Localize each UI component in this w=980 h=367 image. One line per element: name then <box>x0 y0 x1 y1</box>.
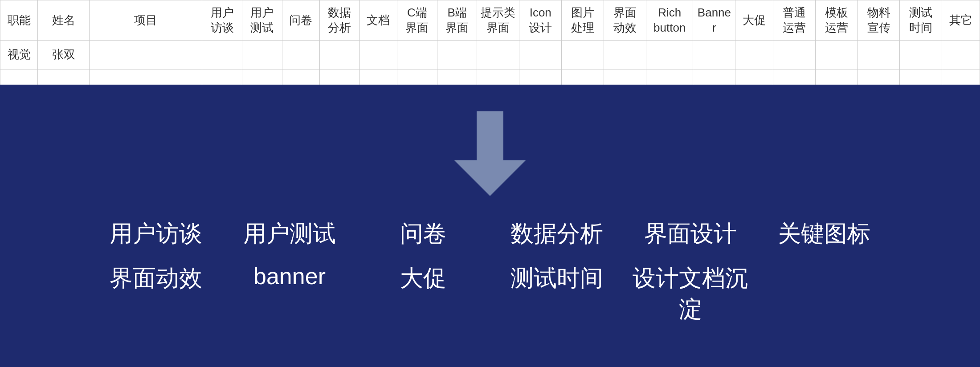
cell-1-6 <box>282 41 319 69</box>
header-wuliao-xuanchuan: 物料 宣传 <box>858 0 900 41</box>
header-tupian-chuli: 图片 处理 <box>562 0 604 41</box>
cell-2-12 <box>519 69 562 85</box>
cell-2-9 <box>397 69 437 85</box>
cell-1-11 <box>477 41 519 69</box>
cell-xiangmu <box>90 41 202 69</box>
cell-2-2 <box>38 69 90 85</box>
tag-yonghu-ceshi: 用户测试 <box>223 218 356 249</box>
tag-jiemian-sheji: 界面设计 <box>624 218 757 249</box>
cell-1-19 <box>815 41 858 69</box>
cell-2-1 <box>0 69 38 85</box>
header-yonghu-fangtan: 用户 访谈 <box>202 0 242 41</box>
header-wendang: 文档 <box>359 0 397 41</box>
header-banner: Banne r <box>693 0 735 41</box>
tag-wenjuan: 问卷 <box>356 218 490 249</box>
cell-2-13 <box>562 69 604 85</box>
tag-yonghu-fangtan: 用户访谈 <box>89 218 223 249</box>
cell-1-10 <box>437 41 477 69</box>
tag-dacu: 大促 <box>356 263 490 325</box>
header-moban-yunying: 模板 运营 <box>815 0 858 41</box>
header-jiemian-dongxiao: 界面 动效 <box>604 0 646 41</box>
cell-xingming: 张双 <box>38 41 90 69</box>
header-xiangmu: 项目 <box>90 0 202 41</box>
header-shuju-fenxi: 数据 分析 <box>320 0 360 41</box>
tag-guanjian-tubiao: 关键图标 <box>757 218 891 249</box>
data-table: 职能 姓名 项目 用户 访谈 用户 测试 问卷 数据 分析 文档 C端 界面 B… <box>0 0 980 85</box>
table-section: 职能 姓名 项目 用户 访谈 用户 测试 问卷 数据 分析 文档 C端 界面 B… <box>0 0 980 85</box>
cell-1-4 <box>202 41 242 69</box>
header-zhike: 职能 <box>0 0 38 41</box>
cell-1-22 <box>942 41 980 69</box>
table-row-2 <box>0 69 980 85</box>
header-dacu: 大促 <box>735 0 773 41</box>
cell-1-9 <box>397 41 437 69</box>
cell-2-21 <box>900 69 942 85</box>
cell-2-11 <box>477 69 519 85</box>
cell-1-21 <box>900 41 942 69</box>
cell-1-5 <box>242 41 282 69</box>
arrow-container <box>454 111 526 196</box>
cell-2-19 <box>815 69 858 85</box>
dark-section: 用户访谈 用户测试 问卷 数据分析 界面设计 关键图标 界面动效 banner … <box>0 85 980 367</box>
table-row-1: 视觉 张双 <box>0 41 980 69</box>
cell-1-12 <box>519 41 562 69</box>
cell-2-3 <box>90 69 202 85</box>
tag-sheji-wendang-chenjing: 设计文档沉淀 <box>624 263 757 325</box>
tag-banner: banner <box>223 263 356 325</box>
header-c-jiemian: C端 界面 <box>397 0 437 41</box>
cell-1-7 <box>320 41 360 69</box>
cell-1-8 <box>359 41 397 69</box>
cell-1-17 <box>735 41 773 69</box>
cell-2-5 <box>242 69 282 85</box>
tag-ceshi-shijian: 测试时间 <box>490 263 624 325</box>
cell-2-18 <box>773 69 815 85</box>
cell-2-10 <box>437 69 477 85</box>
cell-2-15 <box>646 69 693 85</box>
header-yonghu-ceshi: 用户 测试 <box>242 0 282 41</box>
cell-2-7 <box>320 69 360 85</box>
header-rich-button: Rich button <box>646 0 693 41</box>
cell-1-13 <box>562 41 604 69</box>
arrow-shaft <box>477 111 503 160</box>
cell-2-22 <box>942 69 980 85</box>
header-icon-sheji: Icon 设计 <box>519 0 562 41</box>
cell-1-14 <box>604 41 646 69</box>
cell-2-14 <box>604 69 646 85</box>
tag-shuju-fenxi: 数据分析 <box>490 218 624 249</box>
header-b-jiemian: B端 界面 <box>437 0 477 41</box>
cell-2-20 <box>858 69 900 85</box>
cell-2-6 <box>282 69 319 85</box>
cell-2-17 <box>735 69 773 85</box>
header-putong-yuying: 普通 运营 <box>773 0 815 41</box>
cell-2-8 <box>359 69 397 85</box>
cell-1-16 <box>693 41 735 69</box>
header-qita: 其它 <box>942 0 980 41</box>
header-tishi-jiemian: 提示类 界面 <box>477 0 519 41</box>
cell-1-20 <box>858 41 900 69</box>
tags-section: 用户访谈 用户测试 问卷 数据分析 界面设计 关键图标 界面动效 banner … <box>89 218 891 325</box>
tag-empty <box>757 263 891 325</box>
tag-jiemian-dongxiao: 界面动效 <box>89 263 223 325</box>
arrow-head <box>454 160 526 196</box>
cell-2-16 <box>693 69 735 85</box>
header-xingming: 姓名 <box>38 0 90 41</box>
cell-1-15 <box>646 41 693 69</box>
cell-2-4 <box>202 69 242 85</box>
cell-1-18 <box>773 41 815 69</box>
header-wenjuan: 问卷 <box>282 0 319 41</box>
header-ceshi-shijian: 测试 时间 <box>900 0 942 41</box>
cell-zhike: 视觉 <box>0 41 38 69</box>
